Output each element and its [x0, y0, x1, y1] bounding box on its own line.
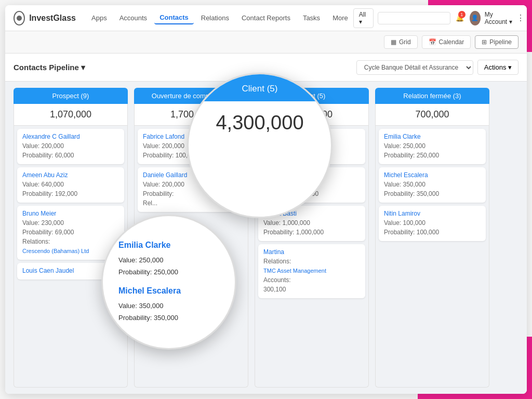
- avatar: 👤: [470, 11, 481, 25]
- zoom-card-detail-michel: Value: 350,000 Probability: 350,000: [118, 300, 219, 324]
- zoom-circle-total: 4,300,000: [216, 112, 303, 134]
- card-detail-bruno: Value: 230,000 Probability: 69,000 Relat…: [22, 218, 119, 256]
- zoom-card-name-emilia[interactable]: Emilia Clarke: [118, 241, 219, 250]
- logo-inner: [17, 16, 22, 21]
- card-name-michel[interactable]: Michel Escalera: [384, 171, 481, 179]
- nav-contact-reports[interactable]: Contact Reports: [236, 12, 296, 24]
- calendar-label: Calendar: [439, 38, 464, 46]
- zoom-circle-client: Client (5) 4,300,000: [187, 73, 332, 218]
- nav-right: All ▾ 🔔 1 👤 My Account ▾ ⋮: [353, 8, 525, 28]
- logo-icon: [14, 11, 25, 25]
- card-detail-nitin: Value: 100,000 Probability: 100,000: [384, 218, 481, 237]
- card-detail-emilia: Value: 250,000 Probability: 250,000: [384, 141, 481, 160]
- calendar-icon: 📅: [429, 38, 436, 46]
- card-name-nitin[interactable]: Nitin Lamirov: [384, 210, 481, 217]
- notif-badge: 1: [458, 11, 466, 18]
- logo: InvestGlass: [14, 11, 76, 25]
- kebab-menu[interactable]: ⋮: [516, 13, 525, 23]
- nav-accounts[interactable]: Accounts: [114, 12, 152, 24]
- col-total-relation-fermee: 700,000: [375, 104, 489, 126]
- card-michel[interactable]: Michel Escalera Value: 350,000 Probabili…: [379, 167, 486, 203]
- card-alexandre[interactable]: Alexandre C Gaillard Value: 200,000 Prob…: [17, 129, 124, 164]
- cycle-select[interactable]: Cycle Banque Détail et Assurance: [356, 60, 473, 75]
- nav-more[interactable]: More: [327, 12, 353, 24]
- calendar-view-button[interactable]: 📅 Calendar: [422, 35, 471, 49]
- zoom-card-name-michel[interactable]: Michel Escalera: [118, 286, 219, 296]
- card-relation-bruno[interactable]: Crescendo (Bahamas) Ltd: [22, 248, 89, 254]
- grid-label: Grid: [399, 38, 411, 46]
- zoom-card-detail-emilia: Value: 250,000 Probability: 250,000: [118, 254, 219, 278]
- notification-button[interactable]: 🔔 1: [455, 11, 466, 25]
- col-header-relation-fermee: Relation fermée (3): [375, 88, 489, 104]
- nav-apps[interactable]: Apps: [86, 12, 112, 24]
- card-detail-ameen: Value: 640,000 Probability: 192,000: [22, 180, 119, 198]
- account-menu[interactable]: My Account ▾: [485, 11, 513, 25]
- card-name-martina-tmc[interactable]: Martina: [263, 248, 360, 256]
- pipeline-label: Pipeline: [489, 38, 512, 46]
- grid-view-button[interactable]: ▦ Grid: [384, 35, 418, 49]
- search-input[interactable]: [378, 12, 450, 24]
- column-relation-fermee: Relation fermée (3) 700,000 Emilia Clark…: [375, 88, 489, 388]
- zoom-card-overlay: Emilia Clarke Value: 250,000 Probability…: [101, 215, 236, 350]
- card-nitin[interactable]: Nitin Lamirov Value: 100,000 Probability…: [379, 206, 486, 241]
- col-cards-relation-fermee: Emilia Clarke Value: 250,000 Probability…: [375, 126, 489, 388]
- column-prospect: Prospect (9) 1,070,000 Alexandre C Gaill…: [14, 88, 128, 388]
- card-detail-sasha: Value: 1,000,000 Probability: 1,000,000: [263, 218, 360, 237]
- card-martina-tmc[interactable]: Martina Relations: TMC Asset Management …: [258, 244, 365, 298]
- card-detail-michel: Value: 350,000 Probability: 350,000: [384, 180, 481, 198]
- actions-button[interactable]: Actions ▾: [477, 60, 518, 75]
- sub-toolbar: ▦ Grid 📅 Calendar ⊞ Pipeline: [5, 31, 527, 54]
- nav-items: Apps Accounts Contacts Relations Contact…: [86, 11, 353, 24]
- card-detail-martina-tmc: Relations: TMC Asset Management Accounts…: [263, 257, 360, 294]
- pipeline-view-button[interactable]: ⊞ Pipeline: [475, 35, 518, 49]
- card-name-bruno[interactable]: Bruno Meier: [22, 210, 119, 217]
- card-relation-martina[interactable]: TMC Asset Management: [263, 268, 326, 274]
- nav-tasks[interactable]: Tasks: [298, 12, 325, 24]
- card-name-ameen[interactable]: Ameen Abu Aziz: [22, 171, 119, 179]
- nav-contacts[interactable]: Contacts: [154, 11, 194, 24]
- pipeline-controls: Cycle Banque Détail et Assurance Actions…: [356, 60, 518, 75]
- top-nav: InvestGlass Apps Accounts Contacts Relat…: [5, 5, 527, 31]
- col-total-prospect: 1,070,000: [14, 104, 128, 126]
- card-name-emilia[interactable]: Emilia Clarke: [384, 133, 481, 140]
- card-detail-alexandre: Value: 200,000 Probability: 60,000: [22, 141, 119, 160]
- nav-relations[interactable]: Relations: [196, 12, 234, 24]
- card-emilia[interactable]: Emilia Clarke Value: 250,000 Probability…: [379, 129, 486, 164]
- grid-icon: ▦: [391, 38, 396, 46]
- card-ameen[interactable]: Ameen Abu Aziz Value: 640,000 Probabilit…: [17, 167, 124, 203]
- all-dropdown[interactable]: All ▾: [353, 8, 374, 28]
- pipeline-title[interactable]: Contacts Pipeline ▾: [14, 63, 85, 72]
- account-label: My Account ▾: [485, 11, 513, 25]
- logo-text: InvestGlass: [29, 14, 76, 23]
- col-header-prospect: Prospect (9): [14, 88, 128, 104]
- card-name-alexandre[interactable]: Alexandre C Gaillard: [22, 133, 119, 140]
- pipeline-icon: ⊞: [482, 38, 487, 46]
